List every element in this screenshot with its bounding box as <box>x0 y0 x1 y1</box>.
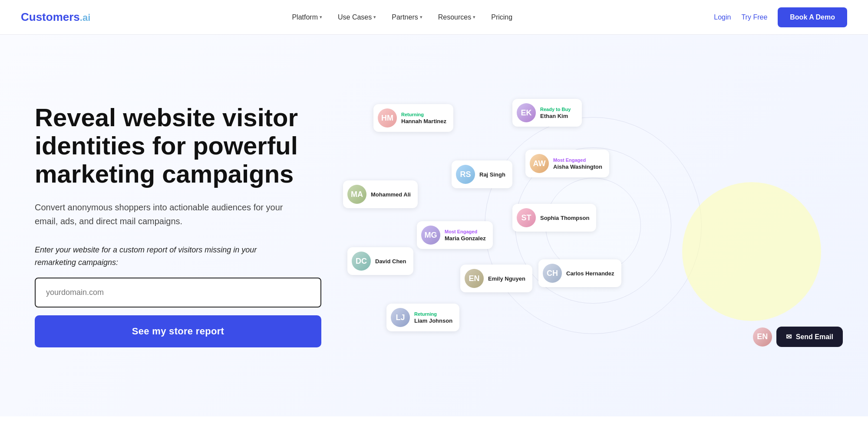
name-ethan: Ethan Kim <box>540 113 571 119</box>
hero-section: Reveal website visitor identities for po… <box>0 35 868 416</box>
domain-input-wrap <box>35 278 321 308</box>
person-card-sophia: ST Sophia Thompson <box>512 204 596 232</box>
hero-title: Reveal website visitor identities for po… <box>35 104 321 188</box>
name-maria: Maria Gonzalez <box>445 235 486 242</box>
person-card-ethan: EK Ready to Buy Ethan Kim <box>512 99 582 127</box>
avatar-liam: LJ <box>391 308 410 327</box>
nav-pricing-label: Pricing <box>491 13 512 21</box>
nav-partners-label: Partners <box>392 13 418 21</box>
nav-platform[interactable]: Platform ▾ <box>292 13 322 21</box>
person-info-hannah: Returning Hannah Martinez <box>401 112 446 124</box>
avatar-hannah: HM <box>378 108 397 128</box>
logo-ai: .ai <box>80 12 90 23</box>
person-info-aisha: Most Engaged Aisha Washington <box>553 157 602 170</box>
person-card-mohammed: MA Mohammed Ali <box>343 180 418 208</box>
name-emily: Emily Nguyen <box>488 275 525 282</box>
name-aisha: Aisha Washington <box>553 164 602 170</box>
avatar-sophia: ST <box>517 208 536 227</box>
nav-partners[interactable]: Partners ▾ <box>392 13 422 21</box>
person-info-sophia: Sophia Thompson <box>540 215 589 221</box>
chevron-down-icon: ▾ <box>420 14 422 20</box>
avatar-raj: RS <box>456 165 475 184</box>
nav-links: Platform ▾ Use Cases ▾ Partners ▾ Resour… <box>292 13 512 21</box>
avatar-send: EN <box>753 327 772 347</box>
avatar-aisha: AW <box>530 154 549 173</box>
person-info-ethan: Ready to Buy Ethan Kim <box>540 107 571 119</box>
tag-liam: Returning <box>414 311 452 317</box>
avatar-emily: EN <box>465 269 484 288</box>
name-mohammed: Mohammed Ali <box>371 191 411 198</box>
tag-hannah: Returning <box>401 112 446 117</box>
nav-resources[interactable]: Resources ▾ <box>438 13 475 21</box>
name-raj: Raj Singh <box>479 171 505 178</box>
person-card-liam: LJ Returning Liam Johnson <box>386 304 459 331</box>
name-david: David Chen <box>375 258 406 265</box>
hero-subtitle: Convert anonymous shoppers into actionab… <box>35 200 287 228</box>
nav-use-cases-label: Use Cases <box>338 13 372 21</box>
person-card-hannah: HM Returning Hannah Martinez <box>373 104 453 132</box>
nav-right: Login Try Free Book A Demo <box>714 7 847 27</box>
book-demo-button[interactable]: Book A Demo <box>778 7 847 27</box>
chevron-down-icon: ▾ <box>373 14 376 20</box>
email-icon: ✉ <box>786 333 792 341</box>
viz-container: HM Returning Hannah Martinez EK Ready to… <box>339 78 847 373</box>
see-report-button[interactable]: See my store report <box>35 315 321 347</box>
person-card-raj: RS Raj Singh <box>452 160 512 188</box>
person-info-maria: Most Engaged Maria Gonzalez <box>445 229 486 242</box>
person-card-aisha: AW Most Engaged Aisha Washington <box>525 150 609 177</box>
logo[interactable]: Customers.ai <box>21 10 90 24</box>
yellow-blob <box>682 182 821 321</box>
name-hannah: Hannah Martinez <box>401 118 446 124</box>
send-email-label: Send Email <box>796 333 833 341</box>
login-button[interactable]: Login <box>714 13 731 21</box>
person-card-emily: EN Emily Nguyen <box>460 265 532 292</box>
tag-ethan: Ready to Buy <box>540 107 571 112</box>
nav-pricing[interactable]: Pricing <box>491 13 512 21</box>
send-email-card[interactable]: ✉ Send Email <box>776 327 843 347</box>
tag-aisha: Most Engaged <box>553 157 602 163</box>
avatar-maria: MG <box>421 226 440 245</box>
name-carlos: Carlos Hernandez <box>566 270 614 277</box>
hero-right: HM Returning Hannah Martinez EK Ready to… <box>339 78 847 373</box>
nav-platform-label: Platform <box>292 13 318 21</box>
person-card-maria: MG Most Engaged Maria Gonzalez <box>417 221 493 249</box>
person-info-liam: Returning Liam Johnson <box>414 311 452 324</box>
hero-italic-text: Enter your website for a custom report o… <box>35 244 287 269</box>
avatar-carlos: CH <box>543 264 562 283</box>
person-card-carlos: CH Carlos Hernandez <box>538 259 621 287</box>
avatar-ethan: EK <box>517 103 536 122</box>
person-info-david: David Chen <box>375 258 406 265</box>
person-info-mohammed: Mohammed Ali <box>371 191 411 198</box>
avatar-david: DC <box>352 252 371 271</box>
nav-resources-label: Resources <box>438 13 471 21</box>
try-free-button[interactable]: Try Free <box>741 13 767 21</box>
tag-maria: Most Engaged <box>445 229 486 234</box>
person-card-david: DC David Chen <box>347 247 413 275</box>
logo-customers: Customers <box>21 10 80 23</box>
nav-use-cases[interactable]: Use Cases ▾ <box>338 13 376 21</box>
name-liam: Liam Johnson <box>414 317 452 324</box>
person-info-carlos: Carlos Hernandez <box>566 270 614 277</box>
chevron-down-icon: ▾ <box>473 14 475 20</box>
domain-input[interactable] <box>35 278 321 308</box>
person-info-raj: Raj Singh <box>479 171 505 178</box>
navbar: Customers.ai Platform ▾ Use Cases ▾ Part… <box>0 0 868 35</box>
name-sophia: Sophia Thompson <box>540 215 589 221</box>
hero-left: Reveal website visitor identities for po… <box>35 104 321 347</box>
chevron-down-icon: ▾ <box>320 14 322 20</box>
send-email-wrap: EN ✉ Send Email <box>753 327 843 347</box>
avatar-mohammed: MA <box>347 185 366 204</box>
person-info-emily: Emily Nguyen <box>488 275 525 282</box>
